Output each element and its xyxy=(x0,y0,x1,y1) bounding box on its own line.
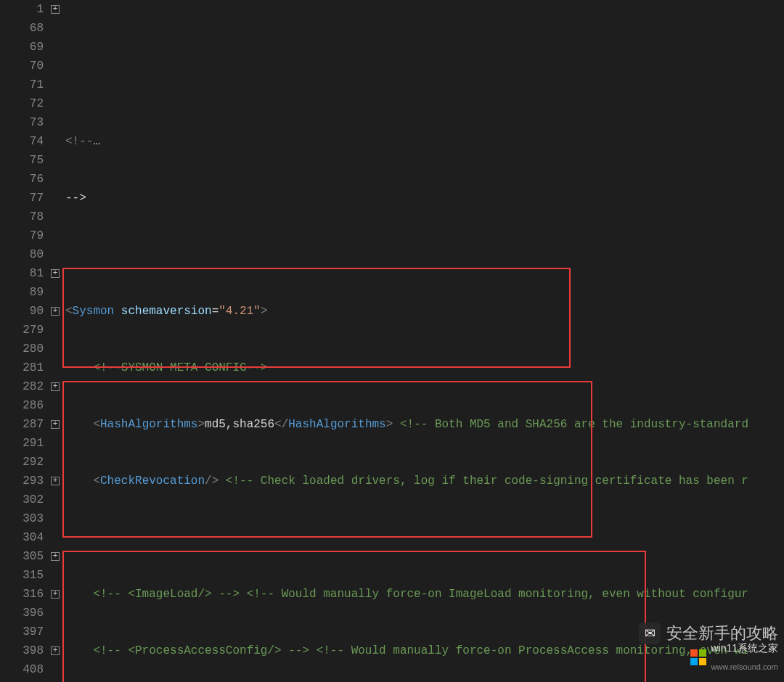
code-editor: 1686970717273747576777879808189902792802… xyxy=(0,0,784,682)
fold-cell xyxy=(49,623,61,641)
line-number: 77 xyxy=(0,189,44,208)
fold-cell[interactable]: + xyxy=(49,377,61,396)
line-number: 71 xyxy=(0,75,44,94)
fold-cell xyxy=(49,566,61,585)
line-number: 305 xyxy=(0,547,44,566)
fold-cell xyxy=(49,151,61,170)
line-number: 78 xyxy=(0,208,44,226)
corner-site-url: www.relsound.com xyxy=(711,657,778,676)
line-number: 68 xyxy=(0,19,44,38)
fold-cell xyxy=(49,509,61,528)
highlight-box-2 xyxy=(62,381,592,538)
code-content[interactable]: <!--… --> <Sysmon schemaversion="4.21"> … xyxy=(61,0,784,682)
line-number: 75 xyxy=(0,151,44,170)
fold-cell xyxy=(49,321,61,340)
line-number: 408 xyxy=(0,660,44,679)
fold-expand-icon[interactable]: + xyxy=(51,269,60,278)
fold-cell xyxy=(49,490,61,509)
fold-cell[interactable]: + xyxy=(49,264,61,283)
line-number: 81 xyxy=(0,264,44,283)
line-number: 89 xyxy=(0,283,44,302)
fold-cell xyxy=(49,245,61,264)
line-number: 72 xyxy=(0,94,44,113)
wechat-icon: ✉ xyxy=(639,623,661,644)
fold-expand-icon[interactable]: + xyxy=(51,646,60,655)
fold-cell[interactable]: + xyxy=(49,472,61,490)
line-number: 398 xyxy=(0,641,44,660)
fold-cell xyxy=(49,528,61,547)
fold-expand-icon[interactable]: + xyxy=(51,477,60,485)
fold-cell[interactable]: + xyxy=(49,302,61,321)
line-number: 90 xyxy=(0,302,44,321)
fold-cell xyxy=(49,19,61,38)
fold-cell xyxy=(49,132,61,151)
fold-cell xyxy=(49,283,61,302)
fold-cell[interactable]: + xyxy=(49,585,61,604)
fold-cell xyxy=(49,453,61,472)
line-number: 287 xyxy=(0,415,44,434)
fold-expand-icon[interactable]: + xyxy=(51,590,60,599)
line-number: 79 xyxy=(0,226,44,245)
line-number: 69 xyxy=(0,38,44,57)
line-number: 281 xyxy=(0,358,44,377)
fold-cell xyxy=(49,434,61,453)
fold-cell[interactable]: + xyxy=(49,0,61,19)
line-number: 396 xyxy=(0,604,44,623)
fold-cell xyxy=(49,396,61,415)
line-number: 397 xyxy=(0,623,44,641)
fold-expand-icon[interactable]: + xyxy=(51,420,60,429)
line-number: 304 xyxy=(0,528,44,547)
fold-cell xyxy=(49,113,61,132)
line-number: 293 xyxy=(0,472,44,490)
fold-cell[interactable]: + xyxy=(49,547,61,566)
fold-cell[interactable]: + xyxy=(49,641,61,660)
corner-site-name: win11系统之家 xyxy=(711,638,778,657)
line-number: 74 xyxy=(0,132,44,151)
fold-cell xyxy=(49,226,61,245)
fold-cell xyxy=(49,189,61,208)
fold-cell xyxy=(49,208,61,226)
fold-cell xyxy=(49,94,61,113)
fold-cell xyxy=(49,170,61,189)
windows-logo-icon xyxy=(690,649,706,665)
line-number: 76 xyxy=(0,170,44,189)
highlight-box-3 xyxy=(62,551,646,682)
line-number: 286 xyxy=(0,396,44,415)
fold-cell xyxy=(49,358,61,377)
line-number: 303 xyxy=(0,509,44,528)
fold-expand-icon[interactable]: + xyxy=(51,5,60,14)
line-number: 302 xyxy=(0,490,44,509)
line-number: 291 xyxy=(0,434,44,453)
line-number: 316 xyxy=(0,585,44,604)
line-number: 70 xyxy=(0,57,44,75)
line-number: 280 xyxy=(0,340,44,358)
fold-expand-icon[interactable]: + xyxy=(51,552,60,561)
line-number: 279 xyxy=(0,321,44,340)
line-number: 292 xyxy=(0,453,44,472)
fold-cell xyxy=(49,340,61,358)
line-number: 1 xyxy=(0,0,44,19)
line-number: 80 xyxy=(0,245,44,264)
line-number-gutter: 1686970717273747576777879808189902792802… xyxy=(0,0,49,682)
line-number: 315 xyxy=(0,566,44,585)
fold-cell[interactable]: + xyxy=(49,415,61,434)
fold-cell xyxy=(49,604,61,623)
fold-expand-icon[interactable]: + xyxy=(51,307,60,316)
line-number: 73 xyxy=(0,113,44,132)
fold-cell xyxy=(49,75,61,94)
line-number: 282 xyxy=(0,377,44,396)
fold-column: +++++++++ xyxy=(49,0,61,682)
fold-expand-icon[interactable]: + xyxy=(51,382,60,391)
corner-watermark: win11系统之家 www.relsound.com xyxy=(690,638,778,676)
fold-cell xyxy=(49,57,61,75)
fold-cell xyxy=(49,660,61,679)
fold-cell xyxy=(49,38,61,57)
